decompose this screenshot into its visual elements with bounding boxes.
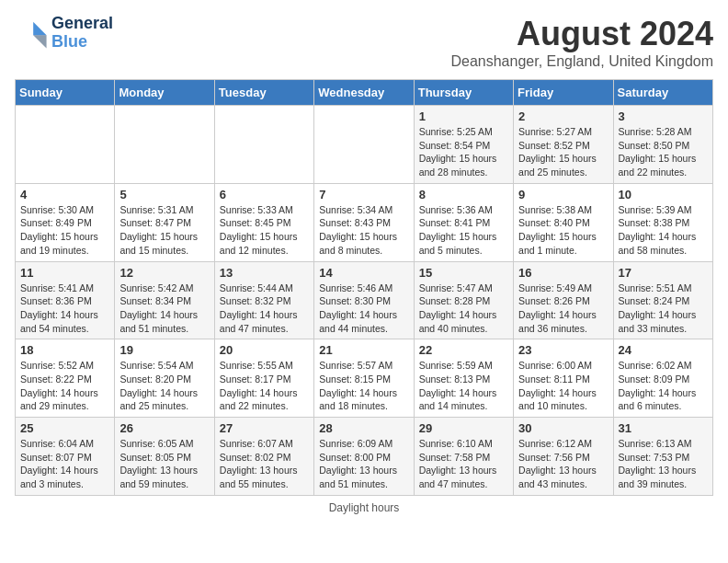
day-number: 30 [518, 421, 608, 435]
day-cell: 27 Sunrise: 6:07 AMSunset: 8:02 PMDaylig… [214, 418, 313, 496]
day-number: 22 [419, 343, 508, 357]
day-number: 6 [220, 188, 309, 201]
day-cell: 20 Sunrise: 5:55 AMSunset: 8:17 PMDaylig… [214, 339, 313, 418]
day-info: Sunrise: 6:13 AMSunset: 7:53 PMDaylight:… [619, 437, 708, 491]
day-info: Sunrise: 5:52 AMSunset: 8:22 PMDaylight:… [20, 359, 109, 413]
logo-line2: Blue [51, 32, 87, 51]
logo: General Blue [15, 15, 113, 52]
day-cell: 18 Sunrise: 5:52 AMSunset: 8:22 PMDaylig… [16, 339, 115, 418]
day-number: 9 [518, 188, 608, 201]
day-info: Sunrise: 5:38 AMSunset: 8:40 PMDaylight:… [518, 203, 608, 258]
day-number: 2 [518, 109, 608, 123]
day-cell: 6 Sunrise: 5:33 AMSunset: 8:45 PMDayligh… [214, 183, 313, 261]
day-number: 23 [518, 343, 608, 357]
day-info: Sunrise: 6:07 AMSunset: 8:02 PMDaylight:… [220, 437, 309, 491]
day-number: 5 [119, 188, 209, 201]
day-info: Sunrise: 5:59 AMSunset: 8:13 PMDaylight:… [419, 359, 508, 413]
day-number: 11 [20, 266, 109, 280]
svg-marker-0 [33, 22, 46, 35]
day-number: 15 [419, 266, 508, 280]
day-cell: 13 Sunrise: 5:44 AMSunset: 8:32 PMDaylig… [214, 261, 313, 339]
day-cell: 17 Sunrise: 5:51 AMSunset: 8:24 PMDaylig… [613, 261, 712, 339]
day-cell: 30 Sunrise: 6:12 AMSunset: 7:56 PMDaylig… [514, 418, 613, 496]
day-cell: 28 Sunrise: 6:09 AMSunset: 8:00 PMDaylig… [314, 418, 414, 496]
week-row-3: 11 Sunrise: 5:41 AMSunset: 8:36 PMDaylig… [16, 261, 713, 339]
day-number: 21 [319, 343, 408, 357]
day-cell [214, 106, 313, 184]
logo-line1: General [51, 15, 113, 33]
day-number: 27 [220, 421, 309, 435]
day-cell [314, 106, 414, 184]
day-cell: 7 Sunrise: 5:34 AMSunset: 8:43 PMDayligh… [314, 183, 414, 261]
day-number: 4 [20, 188, 109, 201]
day-number: 18 [20, 343, 109, 357]
day-info: Sunrise: 5:30 AMSunset: 8:49 PMDaylight:… [20, 203, 109, 258]
day-cell: 2 Sunrise: 5:27 AMSunset: 8:52 PMDayligh… [514, 106, 613, 184]
day-cell: 26 Sunrise: 6:05 AMSunset: 8:05 PMDaylig… [115, 418, 214, 496]
day-cell: 15 Sunrise: 5:47 AMSunset: 8:28 PMDaylig… [414, 261, 513, 339]
day-info: Sunrise: 6:00 AMSunset: 8:11 PMDaylight:… [518, 359, 608, 413]
day-cell: 16 Sunrise: 5:49 AMSunset: 8:26 PMDaylig… [514, 261, 613, 339]
day-number: 25 [20, 421, 109, 435]
day-cell: 4 Sunrise: 5:30 AMSunset: 8:49 PMDayligh… [16, 183, 115, 261]
day-number: 31 [619, 421, 708, 435]
day-number: 19 [119, 343, 209, 357]
header-cell-wednesday: Wednesday [314, 80, 414, 106]
day-info: Sunrise: 5:31 AMSunset: 8:47 PMDaylight:… [119, 203, 209, 258]
day-number: 7 [319, 188, 408, 201]
day-number: 29 [419, 421, 508, 435]
week-row-4: 18 Sunrise: 5:52 AMSunset: 8:22 PMDaylig… [16, 339, 713, 418]
day-cell [16, 106, 115, 184]
day-info: Sunrise: 6:02 AMSunset: 8:09 PMDaylight:… [619, 359, 708, 413]
day-info: Sunrise: 5:55 AMSunset: 8:17 PMDaylight:… [220, 359, 309, 413]
day-number: 20 [220, 343, 309, 357]
day-info: Sunrise: 6:10 AMSunset: 7:58 PMDaylight:… [419, 437, 508, 491]
week-row-2: 4 Sunrise: 5:30 AMSunset: 8:49 PMDayligh… [16, 183, 713, 261]
calendar-header: SundayMondayTuesdayWednesdayThursdayFrid… [16, 80, 713, 106]
day-cell: 31 Sunrise: 6:13 AMSunset: 7:53 PMDaylig… [613, 418, 712, 496]
logo-text: General Blue [51, 15, 113, 52]
calendar-table: SundayMondayTuesdayWednesdayThursdayFrid… [15, 79, 713, 496]
main-title: August 2024 [450, 15, 713, 53]
day-info: Sunrise: 6:04 AMSunset: 8:07 PMDaylight:… [20, 437, 109, 491]
title-area: August 2024 Deanshanger, England, United… [450, 15, 713, 70]
day-number: 1 [419, 109, 508, 123]
day-info: Sunrise: 6:09 AMSunset: 8:00 PMDaylight:… [319, 437, 408, 491]
day-cell: 19 Sunrise: 5:54 AMSunset: 8:20 PMDaylig… [115, 339, 214, 418]
day-info: Sunrise: 5:27 AMSunset: 8:52 PMDaylight:… [518, 125, 608, 179]
day-info: Sunrise: 6:05 AMSunset: 8:05 PMDaylight:… [119, 437, 209, 491]
day-number: 17 [619, 266, 708, 280]
day-cell: 5 Sunrise: 5:31 AMSunset: 8:47 PMDayligh… [115, 183, 214, 261]
day-info: Sunrise: 5:39 AMSunset: 8:38 PMDaylight:… [619, 203, 708, 258]
day-cell: 1 Sunrise: 5:25 AMSunset: 8:54 PMDayligh… [414, 106, 513, 184]
footer-text: Daylight hours [329, 501, 400, 514]
day-info: Sunrise: 5:54 AMSunset: 8:20 PMDaylight:… [119, 359, 209, 413]
day-cell [115, 106, 214, 184]
day-info: Sunrise: 5:46 AMSunset: 8:30 PMDaylight:… [319, 282, 408, 336]
day-cell: 22 Sunrise: 5:59 AMSunset: 8:13 PMDaylig… [414, 339, 513, 418]
day-cell: 25 Sunrise: 6:04 AMSunset: 8:07 PMDaylig… [16, 418, 115, 496]
day-cell: 24 Sunrise: 6:02 AMSunset: 8:09 PMDaylig… [613, 339, 712, 418]
day-number: 10 [619, 188, 708, 201]
day-number: 13 [220, 266, 309, 280]
header-cell-thursday: Thursday [414, 80, 513, 106]
header-cell-friday: Friday [514, 80, 613, 106]
subtitle: Deanshanger, England, United Kingdom [450, 53, 713, 70]
day-info: Sunrise: 5:41 AMSunset: 8:36 PMDaylight:… [20, 282, 109, 336]
week-row-5: 25 Sunrise: 6:04 AMSunset: 8:07 PMDaylig… [16, 418, 713, 496]
day-info: Sunrise: 5:25 AMSunset: 8:54 PMDaylight:… [419, 125, 508, 179]
day-info: Sunrise: 5:36 AMSunset: 8:41 PMDaylight:… [419, 203, 508, 258]
day-info: Sunrise: 5:57 AMSunset: 8:15 PMDaylight:… [319, 359, 408, 413]
day-cell: 10 Sunrise: 5:39 AMSunset: 8:38 PMDaylig… [613, 183, 712, 261]
day-number: 16 [518, 266, 608, 280]
day-info: Sunrise: 6:12 AMSunset: 7:56 PMDaylight:… [518, 437, 608, 491]
svg-marker-1 [33, 35, 46, 48]
day-cell: 12 Sunrise: 5:42 AMSunset: 8:34 PMDaylig… [115, 261, 214, 339]
day-cell: 21 Sunrise: 5:57 AMSunset: 8:15 PMDaylig… [314, 339, 414, 418]
day-info: Sunrise: 5:42 AMSunset: 8:34 PMDaylight:… [119, 282, 209, 336]
day-cell: 3 Sunrise: 5:28 AMSunset: 8:50 PMDayligh… [613, 106, 712, 184]
week-row-1: 1 Sunrise: 5:25 AMSunset: 8:54 PMDayligh… [16, 106, 713, 184]
day-cell: 11 Sunrise: 5:41 AMSunset: 8:36 PMDaylig… [16, 261, 115, 339]
footer-note: Daylight hours [15, 501, 713, 514]
header-cell-sunday: Sunday [16, 80, 115, 106]
